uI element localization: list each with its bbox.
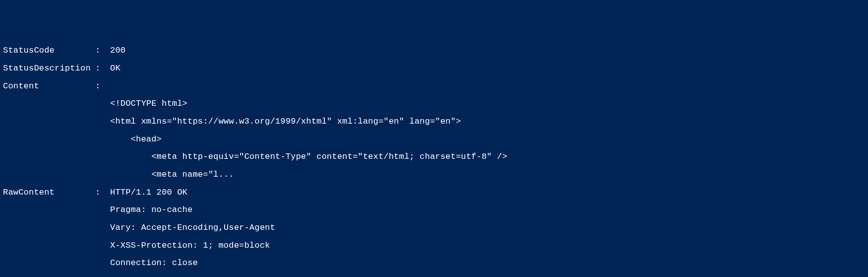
field-key: RawContent — [3, 188, 95, 197]
rawcontent-line: Pragma: no-cache — [3, 206, 865, 214]
field-colon: : — [95, 46, 110, 55]
field-colon: : — [95, 82, 110, 91]
terminal-output: StatusCode: 200 StatusDescription: OK Co… — [3, 37, 865, 277]
field-key: StatusCode — [3, 46, 95, 55]
rawcontent-line: Vary: Accept-Encoding,User-Agent — [3, 223, 865, 232]
rawcontent-line: X-XSS-Protection: 1; mode=block — [3, 241, 865, 250]
output-row-statuscode: StatusCode: 200 — [3, 46, 865, 55]
output-row-rawcontent: RawContent: HTTP/1.1 200 OK — [3, 188, 865, 197]
field-value: HTTP/1.1 200 OK — [110, 188, 865, 197]
field-colon: : — [95, 188, 110, 197]
field-key: StatusDescription — [3, 64, 95, 73]
field-key: Content — [3, 82, 95, 91]
field-value — [110, 82, 865, 91]
content-line: <head> — [3, 135, 865, 144]
content-line: <html xmlns="https://www.w3.org/1999/xht… — [3, 117, 865, 126]
rawcontent-line: Connection: close — [3, 259, 865, 268]
field-colon: : — [95, 64, 110, 73]
content-line: <!DOCTYPE html> — [3, 99, 865, 108]
field-value: OK — [110, 64, 865, 73]
output-row-statusdescription: StatusDescription: OK — [3, 64, 865, 73]
content-line: <meta http-equiv="Content-Type" content=… — [3, 152, 865, 161]
output-row-content: Content: — [3, 82, 865, 91]
field-value: 200 — [110, 46, 865, 55]
content-line: <meta name="l... — [3, 170, 865, 179]
